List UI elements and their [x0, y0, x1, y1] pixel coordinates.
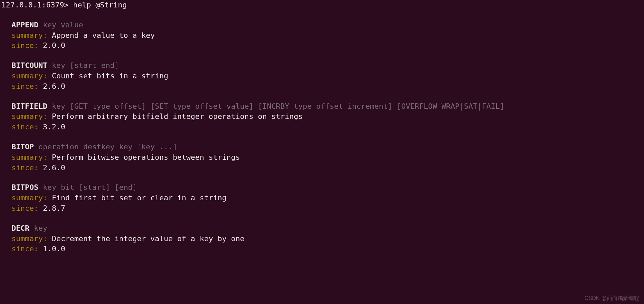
since-label: since: — [12, 41, 38, 50]
help-entry: DECR key summary: Decrement the integer … — [1, 223, 643, 254]
command-name: BITOP — [12, 143, 34, 151]
summary-text: Decrement the integer value of a key by … — [52, 234, 245, 243]
command-args: key value — [43, 21, 83, 29]
command-name: DECR — [12, 224, 29, 232]
since-line: since: 2.8.7 — [12, 203, 643, 214]
command-args: key [start end] — [52, 61, 119, 70]
summary-label: summary: — [12, 234, 47, 243]
summary-text: Count set bits in a string — [52, 72, 168, 80]
since-text: 2.6.0 — [43, 163, 65, 172]
command-args: key [GET type offset] [SET type offset v… — [52, 102, 504, 110]
since-text: 2.0.0 — [43, 41, 65, 50]
summary-line: summary: Perform bitwise operations betw… — [12, 152, 643, 163]
command-header: BITFIELD key [GET type offset] [SET type… — [12, 101, 643, 112]
command-name: BITFIELD — [12, 102, 47, 110]
help-entry: BITPOS key bit [start] [end] summary: Fi… — [1, 182, 643, 213]
command-args: key bit [start] [end] — [43, 183, 137, 192]
since-line: since: 2.6.0 — [12, 163, 643, 173]
summary-line: summary: Count set bits in a string — [12, 71, 643, 81]
summary-label: summary: — [12, 194, 47, 202]
summary-label: summary: — [12, 72, 47, 80]
terminal-output[interactable]: 127.0.0.1:6379> help @String APPEND key … — [0, 0, 644, 254]
summary-text: Perform bitwise operations between strin… — [52, 153, 240, 161]
summary-label: summary: — [12, 153, 47, 161]
since-text: 2.8.7 — [43, 204, 65, 212]
summary-label: summary: — [12, 112, 47, 121]
command-header: BITPOS key bit [start] [end] — [12, 182, 643, 193]
summary-line: summary: Decrement the integer value of … — [12, 234, 643, 244]
prompt: 127.0.0.1:6379> — [1, 1, 69, 9]
since-line: since: 3.2.0 — [12, 122, 643, 132]
since-line: since: 2.0.0 — [12, 41, 643, 51]
command-header: DECR key — [12, 223, 643, 234]
command-name: BITCOUNT — [12, 61, 47, 70]
summary-line: summary: Perform arbitrary bitfield inte… — [12, 111, 643, 122]
since-line: since: 1.0.0 — [12, 244, 643, 254]
since-text: 1.0.0 — [43, 245, 65, 253]
since-label: since: — [12, 245, 38, 253]
since-line: since: 2.6.0 — [12, 81, 643, 92]
help-entry: BITCOUNT key [start end] summary: Count … — [1, 60, 643, 92]
summary-text: Find first bit set or clear in a string — [52, 194, 227, 202]
since-label: since: — [12, 163, 38, 172]
command-header: BITOP operation destkey key [key ...] — [12, 142, 643, 152]
command-args: operation destkey key [key ...] — [38, 143, 177, 151]
summary-line: summary: Append a value to a key — [12, 30, 643, 41]
since-label: since: — [12, 204, 38, 212]
help-entry: BITFIELD key [GET type offset] [SET type… — [1, 101, 643, 132]
summary-line: summary: Find first bit set or clear in … — [12, 193, 643, 203]
command-header: BITCOUNT key [start end] — [12, 60, 643, 71]
summary-text: Perform arbitrary bitfield integer opera… — [52, 112, 303, 121]
since-text: 3.2.0 — [43, 123, 65, 131]
typed-command: help @String — [73, 1, 127, 9]
summary-text: Append a value to a key — [52, 31, 155, 40]
since-label: since: — [12, 82, 38, 91]
summary-label: summary: — [12, 31, 47, 40]
watermark: CSDN @面向鸿蒙编程 — [584, 295, 639, 302]
since-text: 2.6.0 — [43, 82, 65, 91]
command-header: APPEND key value — [12, 20, 643, 30]
help-entry: BITOP operation destkey key [key ...] su… — [1, 142, 643, 173]
since-label: since: — [12, 123, 38, 131]
command-name: BITPOS — [12, 183, 38, 192]
help-entry: APPEND key value summary: Append a value… — [1, 20, 643, 51]
command-name: APPEND — [12, 21, 38, 29]
prompt-line: 127.0.0.1:6379> help @String — [1, 0, 643, 10]
command-args: key — [34, 224, 47, 232]
